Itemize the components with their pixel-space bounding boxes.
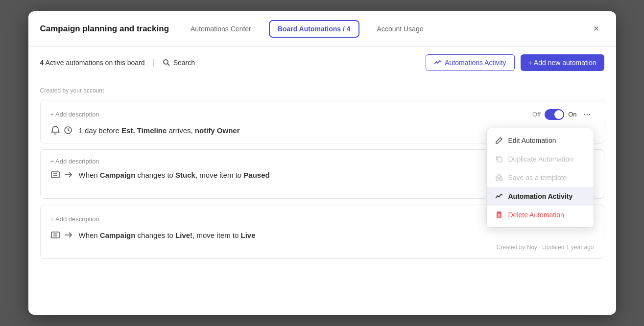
toolbar-divider: | <box>153 58 155 67</box>
dropdown-menu: Edit Automation Duplicate Automation <box>486 128 594 228</box>
more-button-1[interactable]: ··· <box>580 108 594 120</box>
puzzle-icon <box>495 173 503 182</box>
dropdown-activity[interactable]: Automation Activity <box>487 187 594 206</box>
automations-activity-button[interactable]: Automations Activity <box>426 54 514 71</box>
on-label-1: On <box>568 111 576 118</box>
svg-rect-9 <box>51 172 59 178</box>
section-label: Created by your account <box>40 87 604 94</box>
off-label-1: Off <box>532 111 541 118</box>
modal-header: Campaign planning and tracking Automatio… <box>28 11 616 47</box>
search-icon <box>163 59 170 67</box>
automation-card-1: + Add description Off On ··· <box>40 100 604 143</box>
toggle-switch-1[interactable] <box>545 109 564 120</box>
dropdown-edit[interactable]: Edit Automation <box>487 131 594 150</box>
tab-account-usage[interactable]: Account Usage <box>375 21 426 37</box>
svg-line-1 <box>167 64 169 66</box>
add-description-1[interactable]: + Add description <box>50 111 99 118</box>
card-text-3: When Campaign changes to Live!, move ite… <box>79 231 256 239</box>
search-button[interactable]: Search <box>163 59 195 67</box>
card-icons-2 <box>50 170 73 180</box>
close-button[interactable]: × <box>589 21 604 37</box>
activity-icon <box>434 59 442 67</box>
tab-automations-center[interactable]: Automations Center <box>189 21 253 37</box>
svg-rect-13 <box>51 232 59 238</box>
active-count-text: 4 Active automations on this board <box>40 59 145 67</box>
chart-icon <box>495 192 503 201</box>
dropdown-duplicate: Duplicate Automation <box>487 150 594 168</box>
add-description-2[interactable]: + Add description <box>50 158 99 165</box>
card-icons-1 <box>50 125 73 135</box>
modal-title: Campaign planning and tracking <box>40 24 169 34</box>
card-text-1: 1 day before Est. Timeline arrives, noti… <box>79 126 240 135</box>
add-description-3[interactable]: + Add description <box>50 215 99 223</box>
list-icon-3 <box>50 230 60 240</box>
list-icon-2 <box>50 170 60 180</box>
svg-rect-3 <box>498 158 502 162</box>
toolbar: 4 Active automations on this board | Sea… <box>28 47 616 79</box>
card-text-2: When Campaign changes to Stuck, move ite… <box>79 171 270 179</box>
card-top-1: + Add description Off On ··· <box>50 108 594 120</box>
arrow-icon-3 <box>63 230 73 240</box>
clock-icon <box>63 125 73 135</box>
dropdown-save-template: Save as a template <box>487 168 594 187</box>
pencil-icon <box>495 136 503 145</box>
card-icons-3 <box>50 230 73 240</box>
card-content-3: When Campaign changes to Live!, move ite… <box>50 230 594 240</box>
dropdown-delete[interactable]: Delete Automation <box>487 206 594 224</box>
tab-board-automations[interactable]: Board Automations / 4 <box>269 20 359 38</box>
modal: Campaign planning and tracking Automatio… <box>28 11 616 315</box>
add-automation-button[interactable]: + Add new automation <box>521 54 604 71</box>
trash-icon <box>495 210 503 219</box>
svg-point-0 <box>164 60 168 64</box>
toggle-row-1: Off On ··· <box>532 108 594 120</box>
copy-icon <box>495 155 503 163</box>
right-actions: Automations Activity + Add new automatio… <box>426 54 604 71</box>
card-footer-3: Created by Noy · Updated 1 year ago <box>50 244 594 251</box>
bell-icon <box>50 125 60 135</box>
modal-body: Created by your account + Add descriptio… <box>28 79 616 273</box>
arrow-icon-2 <box>63 170 73 180</box>
